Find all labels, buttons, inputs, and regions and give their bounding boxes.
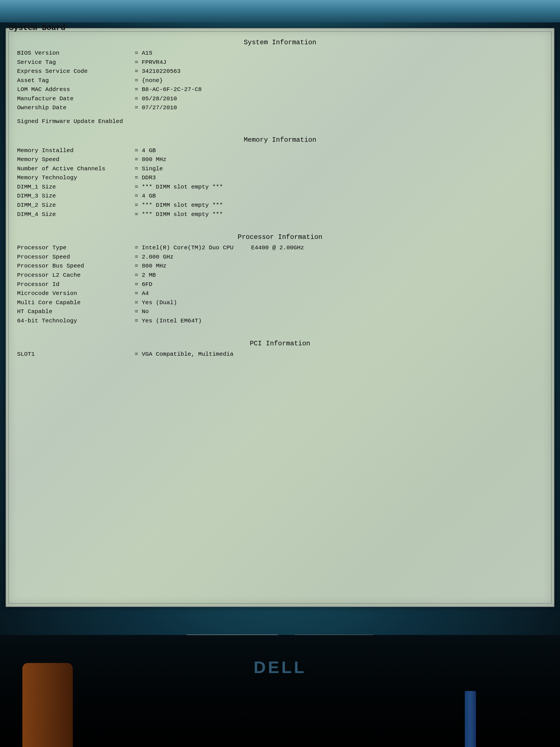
processor-info-table: Processor Type = Intel(R) Core(TM)2 Duo … xyxy=(17,243,543,326)
asset-tag-label: Asset Tag xyxy=(17,76,135,85)
signed-firmware-text: Signed Firmware Update Enabled xyxy=(17,117,543,126)
microcode-version-value: = A4 xyxy=(135,289,543,298)
asset-tag-value: = {none} xyxy=(135,76,543,85)
table-row: Memory Technology = DDR3 xyxy=(17,173,543,183)
table-row: Processor Speed = 2.000 GHz xyxy=(17,253,543,262)
table-row: SLOT1 = VGA Compatible, Multimedia xyxy=(17,350,543,359)
gap3 xyxy=(17,330,543,338)
service-tag-value: = FPRVR4J xyxy=(135,58,543,67)
system-info-table: BIOS Version = A15 Service Tag = FPRVR4J… xyxy=(17,49,543,112)
table-row: Processor Id = 6FD xyxy=(17,280,543,289)
dell-logo: DELL xyxy=(254,658,306,677)
table-row: HT Capable = No xyxy=(17,307,543,316)
table-row: DIMM_2 Size = *** DIMM slot empty *** xyxy=(17,201,543,210)
processor-l2-cache-value: = 2 MB xyxy=(135,271,543,280)
table-row: Processor Type = Intel(R) Core(TM)2 Duo … xyxy=(17,243,543,253)
multi-core-capable-value: = Yes (Dual) xyxy=(135,298,543,308)
64bit-technology-value: = Yes (Intel EM64T) xyxy=(135,316,543,326)
table-row: Processor L2 Cache = 2 MB xyxy=(17,271,543,280)
system-board-label: System Board xyxy=(9,24,65,32)
table-row: Microcode Version = A4 xyxy=(17,289,543,298)
cable-left xyxy=(22,663,73,747)
system-info-title: System Information xyxy=(17,37,543,48)
express-service-code-value: = 34210220563 xyxy=(135,67,543,76)
ht-capable-label: HT Capable xyxy=(17,307,135,316)
express-service-code-label: Express Service Code xyxy=(17,67,135,76)
active-channels-value: = Single xyxy=(135,164,543,174)
dimm3-size-label: DIMM_3 Size xyxy=(17,191,135,201)
memory-speed-value: = 800 MHz xyxy=(135,155,543,164)
monitor-bezel xyxy=(0,0,560,22)
table-row: DIMM_1 Size = *** DIMM slot empty *** xyxy=(17,183,543,192)
microcode-version-label: Microcode Version xyxy=(17,289,135,298)
processor-speed-value: = 2.000 GHz xyxy=(135,253,543,262)
table-row: Number of Active Channels = Single xyxy=(17,164,543,174)
table-row: Memory Speed = 800 MHz xyxy=(17,155,543,164)
pci-info-table: SLOT1 = VGA Compatible, Multimedia xyxy=(17,350,543,359)
active-channels-label: Number of Active Channels xyxy=(17,164,135,174)
multi-core-capable-label: Multi Core Capable xyxy=(17,298,135,308)
manufacture-date-label: Manufacture Date xyxy=(17,95,135,104)
dimm1-size-value: = *** DIMM slot empty *** xyxy=(135,183,543,192)
dimm1-size-label: DIMM_1 Size xyxy=(17,183,135,192)
memory-info-title: Memory Information xyxy=(17,135,543,145)
manufacture-date-value: = 05/28/2010 xyxy=(135,95,543,104)
ht-capable-value: = No xyxy=(135,307,543,316)
dimm2-size-label: DIMM_2 Size xyxy=(17,201,135,210)
service-tag-label: Service Tag xyxy=(17,58,135,67)
processor-bus-speed-value: = 800 MHz xyxy=(135,262,543,271)
table-row: Ownership Date = 07/27/2010 xyxy=(17,103,543,112)
table-row: Multi Core Capable = Yes (Dual) xyxy=(17,298,543,308)
table-row: BIOS Version = A15 xyxy=(17,49,543,58)
processor-type-value: = Intel(R) Core(TM)2 Duo CPU E4400 @ 2.0… xyxy=(135,243,543,253)
cable-right xyxy=(465,691,476,747)
table-row: LOM MAC Address = B8-AC-6F-2C-27-C8 xyxy=(17,85,543,95)
dimm2-size-value: = *** DIMM slot empty *** xyxy=(135,201,543,210)
screen-bottom: DELL xyxy=(0,635,560,747)
bios-version-value: = A15 xyxy=(135,49,543,58)
lom-mac-value: = B8-AC-6F-2C-27-C8 xyxy=(135,85,543,95)
pci-info-title: PCI Information xyxy=(17,338,543,349)
memory-technology-label: Memory Technology xyxy=(17,173,135,183)
gap2 xyxy=(17,224,543,232)
gap1 xyxy=(17,126,543,135)
slot1-label: SLOT1 xyxy=(17,350,135,359)
lom-mac-label: LOM MAC Address xyxy=(17,85,135,95)
bios-content: System Information BIOS Version = A15 Se… xyxy=(8,31,552,603)
table-row: Express Service Code = 34210220563 xyxy=(17,67,543,76)
memory-installed-value: = 4 GB xyxy=(135,146,543,155)
processor-bus-speed-label: Processor Bus Speed xyxy=(17,262,135,271)
table-row: Asset Tag = {none} xyxy=(17,76,543,85)
table-row: 64-bit Technology = Yes (Intel EM64T) xyxy=(17,316,543,326)
table-row: Manufacture Date = 05/28/2010 xyxy=(17,95,543,104)
processor-id-label: Processor Id xyxy=(17,280,135,289)
dimm4-size-value: = *** DIMM slot empty *** xyxy=(135,210,543,219)
64bit-technology-label: 64-bit Technology xyxy=(17,316,135,326)
memory-info-table: Memory Installed = 4 GB Memory Speed = 8… xyxy=(17,146,543,219)
dimm4-size-label: DIMM_4 Size xyxy=(17,210,135,219)
table-row: DIMM_4 Size = *** DIMM slot empty *** xyxy=(17,210,543,219)
ownership-date-value: = 07/27/2010 xyxy=(135,103,543,112)
table-row: Service Tag = FPRVR4J xyxy=(17,58,543,67)
memory-technology-value: = DDR3 xyxy=(135,173,543,183)
processor-type-label: Processor Type xyxy=(17,243,135,253)
slot1-value: = VGA Compatible, Multimedia xyxy=(135,350,543,359)
memory-installed-label: Memory Installed xyxy=(17,146,135,155)
table-row: Memory Installed = 4 GB xyxy=(17,146,543,155)
processor-info-title: Processor Information xyxy=(17,232,543,242)
processor-id-value: = 6FD xyxy=(135,280,543,289)
bios-window: System Board System Information BIOS Ver… xyxy=(6,28,554,607)
table-row: Processor Bus Speed = 800 MHz xyxy=(17,262,543,271)
memory-speed-label: Memory Speed xyxy=(17,155,135,164)
processor-speed-label: Processor Speed xyxy=(17,253,135,262)
table-row: DIMM_3 Size = 4 GB xyxy=(17,191,543,201)
bios-version-label: BIOS Version xyxy=(17,49,135,58)
processor-l2-cache-label: Processor L2 Cache xyxy=(17,271,135,280)
dimm3-size-value: = 4 GB xyxy=(135,191,543,201)
ownership-date-label: Ownership Date xyxy=(17,103,135,112)
